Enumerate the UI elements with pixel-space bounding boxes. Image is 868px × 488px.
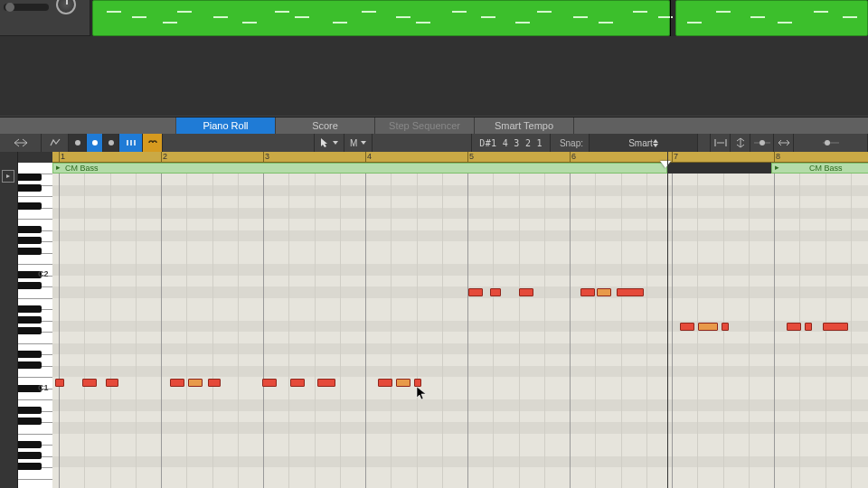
midi-note[interactable]	[580, 288, 595, 296]
midi-note[interactable]	[317, 379, 335, 387]
tab-step-sequencer[interactable]: Step Sequencer	[375, 117, 475, 134]
midi-note[interactable]	[787, 323, 801, 331]
midi-note[interactable]	[208, 379, 221, 387]
piano-keyboard[interactable]: C2C1	[18, 152, 52, 488]
midi-note[interactable]	[188, 379, 203, 387]
key-label: C1	[38, 383, 49, 392]
svg-point-1	[92, 140, 98, 145]
region-name: CM Bass	[65, 163, 99, 174]
link-button[interactable]	[143, 134, 163, 152]
editor-playhead[interactable]	[667, 152, 668, 488]
tab-smart-tempo[interactable]: Smart Tempo	[475, 117, 574, 134]
bar-number: 7	[674, 152, 678, 161]
midi-note[interactable]	[170, 379, 184, 387]
midi-note[interactable]	[468, 288, 483, 296]
arrange-playhead[interactable]	[670, 0, 671, 36]
track-pan-knob[interactable]	[56, 0, 76, 14]
region-end-handle[interactable]	[660, 161, 671, 168]
track-volume-slider[interactable]	[4, 4, 49, 11]
arrange-clip[interactable]	[92, 0, 670, 36]
midi-note[interactable]	[82, 379, 97, 387]
midi-note[interactable]	[378, 379, 392, 387]
midi-note[interactable]	[106, 379, 118, 387]
midi-draw-toggle[interactable]	[42, 134, 69, 152]
midi-note[interactable]	[805, 323, 812, 331]
vertical-zoom-slider[interactable]	[750, 134, 774, 152]
bar-number: 1	[61, 152, 65, 161]
horizontal-zoom-toggle[interactable]	[774, 134, 794, 152]
piano-roll-editor: ▸ C2C1 12345678 ▸CM Bass▸CM Bass	[0, 152, 868, 488]
pointer-tool-menu[interactable]	[315, 134, 344, 152]
arrange-strip	[0, 0, 868, 116]
horizontal-zoom-slider[interactable]	[794, 134, 868, 152]
bar-number: 2	[163, 152, 167, 161]
editor-tabbar: Piano Roll Score Step Sequencer Smart Te…	[0, 117, 868, 134]
midi-in-toggle[interactable]	[103, 134, 119, 152]
midi-note[interactable]	[290, 379, 305, 387]
midi-note[interactable]	[262, 379, 277, 387]
svg-point-4	[760, 140, 765, 145]
midi-note[interactable]	[490, 288, 501, 296]
region-header[interactable]: ▸CM Bass▸CM Bass	[52, 163, 868, 174]
view-menu-button[interactable]	[69, 134, 87, 152]
tab-score[interactable]: Score	[276, 117, 375, 134]
left-gutter: ▸	[0, 152, 18, 488]
midi-out-toggle[interactable]	[119, 134, 143, 152]
bar-number: 6	[571, 152, 576, 161]
svg-point-6	[825, 140, 830, 145]
midi-note[interactable]	[414, 379, 421, 387]
zoom-fit-button[interactable]	[711, 134, 731, 152]
snap-label: Snap:	[551, 134, 590, 152]
note-grid[interactable]: 12345678 ▸CM Bass▸CM Bass	[52, 152, 868, 488]
note-info-display: D#1 4 3 2 1	[472, 134, 551, 152]
midi-note[interactable]	[519, 288, 533, 296]
bar-number: 3	[265, 152, 269, 161]
quantize-menu[interactable]: M	[344, 134, 373, 152]
midi-note[interactable]	[680, 323, 694, 331]
editor-toolbar: M D#1 4 3 2 1 Snap: Smart	[0, 134, 868, 152]
midi-note[interactable]	[722, 323, 729, 331]
arrange-clip[interactable]	[675, 0, 868, 36]
catch-playhead-toggle[interactable]	[87, 134, 103, 152]
bar-ruler[interactable]: 12345678	[52, 152, 868, 163]
midi-note[interactable]	[396, 379, 410, 387]
lane-area[interactable]	[52, 174, 868, 488]
midi-note[interactable]	[55, 379, 64, 387]
midi-note[interactable]	[617, 288, 644, 296]
svg-point-2	[108, 140, 114, 145]
region-loop-icon: ▸	[775, 163, 779, 172]
bar-number: 4	[367, 152, 372, 161]
bar-number: 8	[776, 152, 780, 161]
vertical-zoom-toggle[interactable]	[731, 134, 750, 152]
arrange-region-lane[interactable]	[90, 0, 868, 36]
svg-point-0	[75, 140, 80, 145]
local-inspector-toggle[interactable]	[0, 134, 42, 152]
region-loop-icon: ▸	[56, 163, 61, 172]
track-header	[0, 0, 90, 36]
inspector-toggle-icon[interactable]: ▸	[2, 170, 14, 183]
midi-note[interactable]	[823, 323, 848, 331]
snap-mode-select[interactable]: Smart	[590, 134, 698, 152]
region-bar[interactable]	[52, 163, 667, 174]
tab-piano-roll[interactable]: Piano Roll	[176, 117, 276, 134]
bar-number: 5	[469, 152, 474, 161]
midi-note[interactable]	[698, 323, 718, 331]
midi-note[interactable]	[597, 288, 611, 296]
region-name: CM Bass	[809, 163, 843, 174]
key-label: C2	[38, 269, 49, 278]
